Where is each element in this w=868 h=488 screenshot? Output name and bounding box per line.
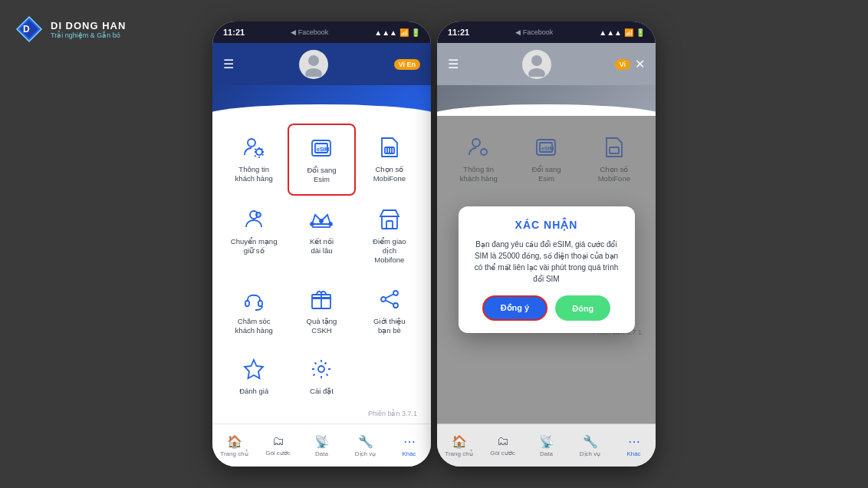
menu-grid-left: Thông tinkhách hàng eSIM Đổi sangEsim: [220, 124, 423, 407]
nav-data-left[interactable]: 📡 Data: [300, 434, 344, 457]
svg-point-36: [531, 55, 542, 66]
headset-icon: [240, 285, 268, 313]
menu-label-danhgia: Đánh giá: [239, 387, 268, 396]
menu-item-caidat[interactable]: Cài đặt: [288, 345, 355, 406]
wifi-icon-right: 📶: [624, 28, 633, 37]
battery-icon: 🔋: [411, 28, 420, 37]
nav-label-data-right: Data: [540, 450, 553, 457]
svg-rect-25: [258, 301, 262, 306]
nav-label-dichvu-right: Dịch vụ: [580, 450, 600, 457]
menu-label-quatang: Quà tặngCSKH: [307, 317, 337, 336]
svg-point-30: [381, 297, 386, 302]
menu-label-chuyenmang: Chuyển mạnggiữ số: [231, 237, 278, 256]
battery-icon-right: 🔋: [636, 28, 645, 37]
menu-item-diemdịch[interactable]: Điểm giaodịchMobifone: [356, 196, 423, 275]
bottom-nav-left: 🏠 Trang chủ 🗂 Gói cước 📡 Data 🔧 Dịch vụ …: [212, 424, 431, 467]
nav-trangchu-right[interactable]: 🏠 Trang chủ: [437, 434, 481, 457]
more-icon-left: ⋯: [403, 434, 416, 449]
hamburger-icon-right[interactable]: ☰: [448, 57, 459, 71]
logo-main: DI DONG HAN: [51, 20, 126, 31]
phone-left: 11:21 ◀ Facebook ▲▲▲ 📶 🔋 ☰ Vi En: [212, 21, 431, 467]
modal-buttons: Đồng ý Đóng: [471, 295, 623, 321]
modal-title: XÁC NHẬN: [471, 219, 623, 231]
crown-icon: [307, 206, 335, 233]
svg-point-31: [393, 303, 398, 308]
nav-dichvu-right[interactable]: 🔧 Dịch vụ: [568, 434, 612, 457]
wave-section-right: [437, 85, 656, 116]
package-icon-right: 🗂: [497, 434, 509, 448]
gear-icon-left: [307, 355, 335, 383]
svg-rect-21: [382, 216, 397, 229]
package-icon-left: 🗂: [272, 434, 284, 448]
nav-dichvu-left[interactable]: 🔧 Dịch vụ: [344, 434, 387, 457]
close-modal-button[interactable]: Đóng: [555, 295, 610, 321]
svg-rect-22: [386, 221, 393, 229]
data-icon-right: 📡: [539, 434, 554, 449]
confirm-button[interactable]: Đồng ý: [482, 295, 548, 321]
menu-item-esim[interactable]: eSIM Đổi sangEsim: [288, 124, 355, 196]
menu-label-diemdịch: Điểm giaodịchMobifone: [373, 237, 406, 265]
menu-label-ketnoilailau: Kết nốidài lâu: [310, 237, 334, 256]
esim-icon: eSIM: [307, 134, 335, 162]
nav-goicuoc-left[interactable]: 🗂 Gói cước: [256, 434, 300, 457]
menu-label-esim: Đổi sangEsim: [307, 166, 336, 185]
person-gear-icon: [240, 134, 268, 161]
language-badge-right[interactable]: Vi: [615, 59, 630, 70]
content-right: Thông tinkhách hàng eSIM Đổi sangEsim: [437, 116, 656, 424]
modal-body: Bạn đang yêu cầu đổi eSIM, giá cước đổi …: [471, 239, 623, 285]
modal-overlay: XÁC NHẬN Bạn đang yêu cầu đổi eSIM, giá …: [437, 116, 656, 424]
star-icon-left: [240, 355, 268, 383]
menu-item-ketnoilailau[interactable]: Kết nốidài lâu: [288, 196, 355, 275]
nav-label-dichvu-left: Dịch vụ: [355, 450, 376, 457]
svg-point-3: [308, 55, 319, 66]
menu-item-quatang[interactable]: Quà tặngCSKH: [288, 275, 355, 346]
svg-rect-24: [245, 301, 249, 306]
version-left: Phiên bản 3.7.1: [220, 407, 423, 422]
menu-item-chamsoc[interactable]: Chăm sóckhách hàng: [220, 275, 288, 346]
signal-icon-right: ▲▲▲: [599, 28, 622, 37]
outer-wrapper: D DI DONG HAN Trải nghiệm & Gắn bó 11:21…: [0, 0, 868, 488]
phones-container: 11:21 ◀ Facebook ▲▲▲ 📶 🔋 ☰ Vi En: [212, 21, 656, 467]
nav-data-right[interactable]: 📡 Data: [524, 434, 568, 457]
nav-goicuoc-right[interactable]: 🗂 Gói cước: [481, 434, 524, 457]
menu-label-caidat: Cài đặt: [310, 387, 334, 396]
nav-label-trangchu-left: Trang chủ: [220, 450, 248, 457]
transfer-icon: ↻: [240, 206, 268, 233]
menu-item-chuyenmang[interactable]: ↻ Chuyển mạnggiữ số: [220, 196, 288, 275]
hamburger-icon-left[interactable]: ☰: [223, 57, 234, 71]
menu-item-chonso[interactable]: Chọn sốMobiFone: [356, 124, 423, 196]
more-icon-right: ⋯: [628, 434, 640, 449]
svg-marker-34: [245, 360, 263, 378]
close-icon-right[interactable]: ✕: [635, 57, 645, 71]
logo-text: DI DONG HAN Trải nghiệm & Gắn bó: [51, 20, 126, 39]
simcard-icon: [376, 134, 403, 161]
home-icon-right: 🏠: [452, 434, 467, 449]
svg-text:↻: ↻: [256, 213, 260, 217]
signal-icons-right: ▲▲▲ 📶 🔋: [599, 28, 645, 37]
svg-text:D: D: [23, 24, 30, 35]
nav-khac-left[interactable]: ⋯ Khác: [387, 434, 431, 457]
menu-label-chonso: Chọn sốMobiFone: [373, 165, 406, 184]
menu-item-danhgia[interactable]: Đánh giá: [220, 345, 288, 406]
language-badge-left[interactable]: Vi En: [394, 59, 420, 70]
app-header-left: ☰ Vi En: [212, 43, 431, 85]
store-icon: [376, 206, 403, 233]
wifi-icon: 📶: [399, 28, 409, 37]
svg-point-29: [393, 291, 398, 295]
service-icon-left: 🔧: [358, 434, 373, 449]
svg-point-19: [320, 219, 323, 223]
menu-item-thongtin[interactable]: Thông tinkhách hàng: [220, 124, 288, 196]
signal-icons-left: ▲▲▲ 📶 🔋: [374, 28, 420, 37]
share-icon: [376, 285, 403, 313]
nav-label-khac-left: Khác: [402, 450, 416, 457]
wave-section-left: [212, 85, 431, 116]
nav-khac-right[interactable]: ⋯ Khác: [612, 434, 656, 457]
nav-trangchu-left[interactable]: 🏠 Trang chủ: [212, 434, 256, 457]
svg-point-18: [311, 223, 314, 226]
nav-label-trangchu-right: Trang chủ: [445, 450, 472, 457]
nav-label-data-left: Data: [315, 450, 328, 457]
svg-text:eSIM: eSIM: [317, 147, 330, 152]
logo-sub: Trải nghiệm & Gắn bó: [51, 31, 126, 39]
status-bar-right: 11:21 ◀ Facebook ▲▲▲ 📶 🔋: [437, 21, 656, 43]
menu-item-gioithieu[interactable]: Giới thiệubạn bè: [356, 275, 423, 346]
